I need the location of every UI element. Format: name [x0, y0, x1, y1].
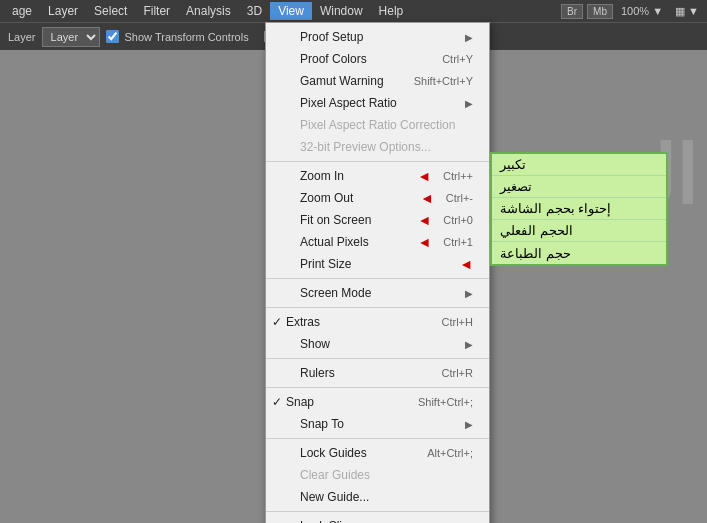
print-size-item[interactable]: Print Size ◄ [266, 253, 489, 275]
lock-guides-item[interactable]: Lock Guides Alt+Ctrl+; [266, 442, 489, 464]
zoom-in-shortcut: Ctrl++ [443, 170, 473, 182]
zoom-out-arrow: ◄ [420, 190, 434, 206]
image-menu-item[interactable]: age [4, 2, 40, 20]
filter-menu-item[interactable]: Filter [135, 2, 178, 20]
fit-on-screen-shortcut: Ctrl+0 [443, 214, 473, 226]
view-dropdown-menu: Proof Setup ▶ Proof Colors Ctrl+Y Gamut … [265, 22, 490, 523]
snap-to-label: Snap To [300, 417, 465, 431]
pixel-aspect-correction-label: Pixel Aspect Ratio Correction [300, 118, 473, 132]
show-transform-checkbox[interactable] [106, 30, 119, 43]
actual-pixels-shortcut: Ctrl+1 [443, 236, 473, 248]
extras-shortcut: Ctrl+H [442, 316, 473, 328]
sep1 [266, 161, 489, 162]
show-transform-label: Show Transform Controls [125, 31, 249, 43]
lock-guides-label: Lock Guides [300, 446, 415, 460]
pixel-aspect-ratio-arrow: ▶ [465, 98, 473, 109]
sep6 [266, 438, 489, 439]
extras-label: Extras [286, 315, 430, 329]
arabic-actual-pixels: الحجم الفعلي [492, 220, 666, 242]
screen-mode-arrow: ▶ [465, 288, 473, 299]
fit-on-screen-arrow: ◄ [417, 212, 431, 228]
snap-label: Snap [286, 395, 406, 409]
print-size-label: Print Size [300, 257, 455, 271]
sep7 [266, 511, 489, 512]
help-menu-item[interactable]: Help [371, 2, 412, 20]
actual-pixels-item[interactable]: Actual Pixels ◄ Ctrl+1 [266, 231, 489, 253]
window-menu-item[interactable]: Window [312, 2, 371, 20]
view-options[interactable]: ▦ ▼ [671, 5, 703, 18]
screen-mode-label: Screen Mode [300, 286, 465, 300]
zoom-in-label: Zoom In [300, 169, 413, 183]
extras-item[interactable]: ✓ Extras Ctrl+H [266, 311, 489, 333]
lock-guides-shortcut: Alt+Ctrl+; [427, 447, 473, 459]
rulers-item[interactable]: Rulers Ctrl+R [266, 362, 489, 384]
rulers-shortcut: Ctrl+R [442, 367, 473, 379]
snap-item[interactable]: ✓ Snap Shift+Ctrl+; [266, 391, 489, 413]
analysis-menu-item[interactable]: Analysis [178, 2, 239, 20]
screen-mode-item[interactable]: Screen Mode ▶ [266, 282, 489, 304]
clear-guides-item: Clear Guides [266, 464, 489, 486]
arabic-zoom-out: تصغير [492, 176, 666, 198]
layer-select[interactable]: Layer [42, 27, 100, 47]
zoom-out-item[interactable]: Zoom Out ◄ Ctrl+- [266, 187, 489, 209]
proof-colors-label: Proof Colors [300, 52, 430, 66]
arabic-zoom-box: تكبير تصغير إحتواء بحجم الشاشة الحجم الف… [490, 152, 668, 266]
32bit-preview-item: 32-bit Preview Options... [266, 136, 489, 158]
32bit-label: 32-bit Preview Options... [300, 140, 473, 154]
clear-guides-label: Clear Guides [300, 468, 473, 482]
zoom-out-label: Zoom Out [300, 191, 416, 205]
pixel-aspect-correction-item: Pixel Aspect Ratio Correction [266, 114, 489, 136]
show-arrow: ▶ [465, 339, 473, 350]
snap-shortcut: Shift+Ctrl+; [418, 396, 473, 408]
proof-setup-label: Proof Setup [300, 30, 465, 44]
zoom-out-shortcut: Ctrl+- [446, 192, 473, 204]
select-menu-item[interactable]: Select [86, 2, 135, 20]
3d-menu-item[interactable]: 3D [239, 2, 270, 20]
extras-checkmark: ✓ [272, 315, 286, 329]
zoom-in-arrow: ◄ [417, 168, 431, 184]
zoom-dropdown[interactable]: 100% ▼ [617, 5, 667, 17]
arabic-fit-on-screen: إحتواء بحجم الشاشة [492, 198, 666, 220]
proof-setup-item[interactable]: Proof Setup ▶ [266, 26, 489, 48]
snap-to-item[interactable]: Snap To ▶ [266, 413, 489, 435]
layer-label: Layer [8, 31, 36, 43]
show-label: Show [300, 337, 465, 351]
gamut-warning-shortcut: Shift+Ctrl+Y [414, 75, 473, 87]
gamut-warning-item[interactable]: Gamut Warning Shift+Ctrl+Y [266, 70, 489, 92]
fit-on-screen-label: Fit on Screen [300, 213, 413, 227]
proof-colors-shortcut: Ctrl+Y [442, 53, 473, 65]
proof-setup-arrow: ▶ [465, 32, 473, 43]
br-button[interactable]: Br [561, 4, 583, 19]
view-menu-item[interactable]: View [270, 2, 312, 20]
sep2 [266, 278, 489, 279]
actual-pixels-arrow: ◄ [417, 234, 431, 250]
gamut-warning-label: Gamut Warning [300, 74, 402, 88]
lock-slices-label: Lock Slices [300, 519, 473, 523]
menu-bar: age Layer Select Filter Analysis 3D View… [0, 0, 707, 22]
new-guide-item[interactable]: New Guide... [266, 486, 489, 508]
sep5 [266, 387, 489, 388]
sep4 [266, 358, 489, 359]
snap-to-arrow: ▶ [465, 419, 473, 430]
arabic-zoom-in: تكبير [492, 154, 666, 176]
pixel-aspect-ratio-item[interactable]: Pixel Aspect Ratio ▶ [266, 92, 489, 114]
rulers-label: Rulers [300, 366, 430, 380]
lock-slices-item[interactable]: Lock Slices [266, 515, 489, 523]
actual-pixels-label: Actual Pixels [300, 235, 413, 249]
pixel-aspect-ratio-label: Pixel Aspect Ratio [300, 96, 465, 110]
show-item[interactable]: Show ▶ [266, 333, 489, 355]
zoom-in-item[interactable]: Zoom In ◄ Ctrl++ [266, 165, 489, 187]
snap-checkmark: ✓ [272, 395, 286, 409]
layer-menu-item[interactable]: Layer [40, 2, 86, 20]
arabic-print-size: حجم الطباعة [492, 242, 666, 264]
mb-button[interactable]: Mb [587, 4, 613, 19]
print-size-arrow: ◄ [459, 256, 473, 272]
new-guide-label: New Guide... [300, 490, 473, 504]
sep3 [266, 307, 489, 308]
fit-on-screen-item[interactable]: Fit on Screen ◄ Ctrl+0 [266, 209, 489, 231]
proof-colors-item[interactable]: Proof Colors Ctrl+Y [266, 48, 489, 70]
